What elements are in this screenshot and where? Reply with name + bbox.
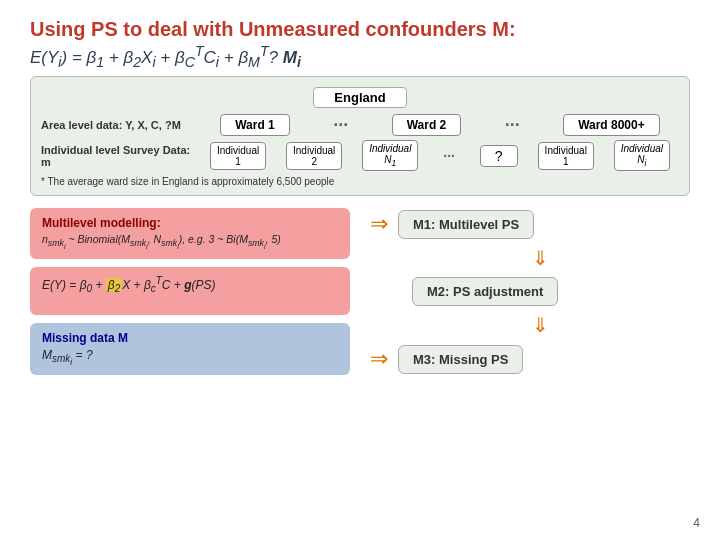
bottom-section: Multilevel modelling: nsmki ~ Binomial(M… [30, 208, 690, 375]
hierarchy-box: England Area level data: Y, X, C, ?M War… [30, 76, 690, 196]
indiv-2-1: Individual1 [538, 142, 594, 170]
multilevel-box: Multilevel modelling: nsmki ~ Binomial(M… [30, 208, 350, 259]
multilevel-title: Multilevel modelling: [42, 216, 338, 230]
england-label: England [313, 87, 406, 108]
m2-label: M2: PS adjustment [412, 277, 558, 306]
adjustment-formula: E(Y) = β0 + β2X + βcTC + g(PS) [42, 275, 338, 294]
title-line1: Using PS to deal with Unmeasured confoun… [30, 18, 690, 41]
arrow-right-3: ⇒ [370, 346, 388, 372]
down-arrow-1: ⇓ [390, 246, 690, 270]
ward-nodes: Ward 1 ··· Ward 2 ··· Ward 8000+ [201, 114, 679, 136]
ward-node-3: Ward 8000+ [563, 114, 660, 136]
m1-row: ⇒ M1: Multilevel PS [370, 210, 690, 239]
page-number: 4 [693, 516, 700, 530]
m3-label: M3: Missing PS [398, 345, 523, 374]
m2-row: M2: PS adjustment [370, 277, 690, 306]
individual-level-label: Individual level Survey Data: m [41, 144, 201, 168]
ward-node-1: Ward 1 [220, 114, 290, 136]
arrow-right-1: ⇒ [370, 211, 388, 237]
england-node: England [41, 87, 679, 108]
ward-dots: ··· [328, 115, 353, 136]
individual-level: Individual level Survey Data: m Individu… [41, 140, 679, 171]
footnote: * The average ward size in England is ap… [41, 176, 679, 187]
missing-title: Missing data M [42, 331, 338, 345]
title-formula: E(Yi) = β1 + β2Xi + βCTCi + βMT? Mi [30, 43, 690, 70]
m3-row: ⇒ M3: Missing PS [370, 345, 690, 374]
missing-formula: Msmki = ? [42, 348, 338, 367]
indiv-1-N: IndividualN1 [362, 140, 418, 171]
ward-dots-2: ··· [500, 115, 525, 136]
title-area: Using PS to deal with Unmeasured confoun… [30, 18, 690, 70]
m1-label: M1: Multilevel PS [398, 210, 534, 239]
down-arrow-2: ⇓ [390, 313, 690, 337]
right-labels: ⇒ M1: Multilevel PS ⇓ M2: PS adjustment … [370, 208, 690, 375]
indiv-1-1: Individual1 [210, 142, 266, 170]
indiv-1-2: Individual2 [286, 142, 342, 170]
individual-nodes: Individual1 Individual2 IndividualN1 ···… [201, 140, 679, 171]
ward-level: Area level data: Y, X, C, ?M Ward 1 ··· … [41, 114, 679, 136]
indiv-mid-dots: ··· [438, 148, 460, 164]
area-level-label: Area level data: Y, X, C, ?M [41, 119, 201, 131]
missing-box: Missing data M Msmki = ? [30, 323, 350, 375]
indiv-2-q: ? [480, 145, 518, 167]
indiv-2-N: IndividualNi [614, 140, 670, 171]
ward-node-2: Ward 2 [392, 114, 462, 136]
slide: Using PS to deal with Unmeasured confoun… [0, 0, 720, 540]
left-boxes: Multilevel modelling: nsmki ~ Binomial(M… [30, 208, 350, 375]
adjustment-box: E(Y) = β0 + β2X + βcTC + g(PS) [30, 267, 350, 315]
multilevel-formula: nsmki ~ Binomial(Msmki, Nsmki), e.g. 3 ~… [42, 233, 338, 251]
